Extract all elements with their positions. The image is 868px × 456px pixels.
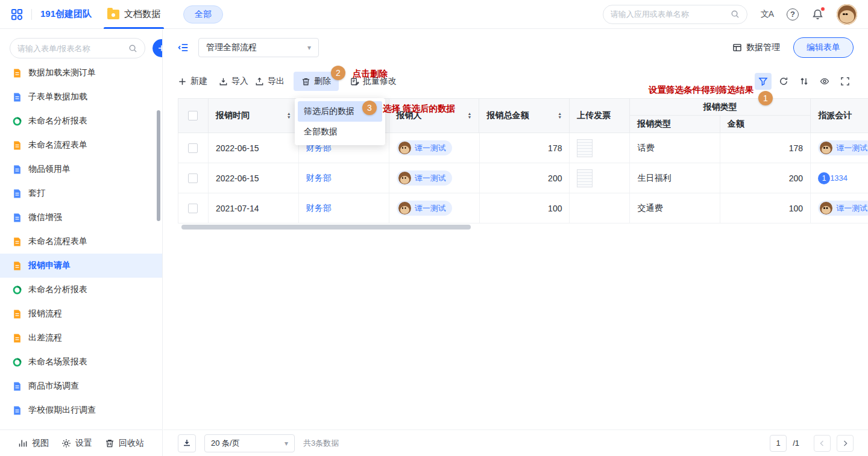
process-scope-value: 管理全部流程 <box>206 42 257 53</box>
cell-total: 200 <box>480 163 570 193</box>
table-row[interactable]: 2021-07-14财务部谭一测试100交通费100谭一测试 <box>178 193 868 223</box>
invoice-thumbnail[interactable] <box>577 139 593 157</box>
translate-icon[interactable]: 文A <box>761 9 773 20</box>
team-name[interactable]: 191创建团队 <box>40 8 92 20</box>
next-page-button[interactable] <box>837 435 854 452</box>
sidebar-item[interactable] <box>0 422 162 429</box>
step-badge-2: 2 <box>331 66 345 80</box>
topbar-actions: 文A ? <box>603 4 857 25</box>
help-icon[interactable]: ? <box>787 8 799 20</box>
sidebar-item[interactable]: 套打 <box>0 181 162 205</box>
sidebar-item[interactable]: 子表单数据加载 <box>0 85 162 109</box>
collapse-sidebar-icon[interactable] <box>178 42 189 53</box>
cell-type: 生日福利 <box>630 163 720 193</box>
accountant-chip[interactable]: 谭一测试 <box>818 201 868 216</box>
select-all-checkbox[interactable] <box>188 111 198 120</box>
step-text-2: 点击删除 <box>353 68 388 80</box>
user-avatar[interactable] <box>837 4 857 25</box>
import-button[interactable]: 导入 <box>219 69 248 93</box>
tab-all[interactable]: 全部 <box>183 5 223 23</box>
sidebar-item-label: 未命名分析报表 <box>28 116 87 126</box>
sidebar-item-label: 套打 <box>28 188 45 199</box>
bell-icon[interactable] <box>812 8 823 20</box>
row-checkbox[interactable] <box>188 173 198 183</box>
sort-icon[interactable]: ▲▼ <box>287 112 291 119</box>
process-scope-select[interactable]: 管理全部流程 ▾ <box>198 38 319 57</box>
sidebar-item[interactable]: 微信增强 <box>0 205 162 230</box>
page-number-input[interactable]: 1 <box>770 435 787 452</box>
accountant-chip[interactable]: 谭一测试 <box>818 140 868 155</box>
delete-button[interactable]: 删除 2 点击删除 筛选后的数据全部数据 3 选择 筛选后的数据 <box>294 72 339 91</box>
sidebar-item[interactable]: 未命名场景报表 <box>0 350 162 374</box>
sidebar-item-selected[interactable]: 报销申请单 <box>0 254 162 278</box>
accountant-label[interactable]: 1334 <box>830 173 848 183</box>
step-text-3: 选择 筛选后的数据 <box>383 103 455 114</box>
add-form-button[interactable] <box>153 39 163 57</box>
new-label: 新建 <box>190 76 207 87</box>
active-tab-indicator <box>104 27 164 29</box>
sidebar-item[interactable]: 数据加载来测订单 <box>0 61 162 85</box>
person-label: 谭一测试 <box>415 203 446 214</box>
sidebar-item[interactable]: 商品市场调查 <box>0 374 162 398</box>
row-checkbox[interactable] <box>188 204 198 213</box>
sort-icon[interactable]: ▲▼ <box>558 112 562 119</box>
sort-icon[interactable] <box>796 73 813 90</box>
chevron-down-icon: ▾ <box>307 43 311 52</box>
tab-doc-data[interactable]: 文档数据 <box>100 0 168 29</box>
table-row[interactable]: 2022-06-15财务部谭一测试178话费178谭一测试 <box>178 133 868 163</box>
person-chip[interactable]: 谭一测试 <box>397 170 452 186</box>
topbar-search[interactable] <box>603 5 747 24</box>
search-icon[interactable] <box>128 44 137 53</box>
export-button[interactable]: 导出 <box>255 69 285 93</box>
sidebar-item[interactable]: 未命名流程表单 <box>0 133 162 157</box>
cell-dept-link[interactable]: 财务部 <box>306 203 332 214</box>
data-manage-button[interactable]: 数据管理 <box>732 42 780 53</box>
cell-accountant: 谭一测试 <box>811 133 868 163</box>
horizontal-scrollbar[interactable] <box>181 225 471 230</box>
delete-menu-item[interactable]: 全部数据 <box>298 122 382 142</box>
sidebar-item[interactable]: 报销流程 <box>0 302 162 326</box>
settings-button[interactable]: 设置 <box>61 438 92 449</box>
sort-icon[interactable]: ▲▼ <box>467 112 471 119</box>
form-doc-icon <box>12 92 22 102</box>
views-label: 视图 <box>32 438 49 449</box>
summary-export-icon[interactable] <box>178 434 196 452</box>
search-icon[interactable] <box>731 10 740 19</box>
sidebar-item[interactable]: 学校假期出行调查 <box>0 398 162 422</box>
views-button[interactable]: 视图 <box>18 438 49 449</box>
sidebar-item[interactable]: 出差流程 <box>0 326 162 350</box>
sidebar-item[interactable]: 未命名分析报表 <box>0 109 162 133</box>
recycle-bin-button[interactable]: 回收站 <box>105 438 144 449</box>
row-checkbox[interactable] <box>188 143 198 153</box>
person-chip[interactable]: 谭一测试 <box>397 140 452 155</box>
apps-grid-icon[interactable] <box>11 8 23 20</box>
sidebar-item-label: 报销流程 <box>28 308 62 319</box>
edit-form-button[interactable]: 编辑表单 <box>793 37 854 58</box>
new-record-button[interactable]: 新建 <box>178 69 207 93</box>
form-search-input[interactable] <box>17 44 124 53</box>
count-badge: 1 <box>818 172 830 184</box>
page-size-value: 20 条/页 <box>211 438 240 449</box>
sidebar-scrollbar[interactable] <box>157 110 160 221</box>
form-search[interactable] <box>10 38 145 58</box>
refresh-icon[interactable] <box>775 73 792 90</box>
cell-date: 2021-07-14 <box>209 193 299 223</box>
cell-total: 100 <box>480 193 570 223</box>
prev-page-button[interactable] <box>814 435 831 452</box>
cell-dept-link[interactable]: 财务部 <box>306 173 332 184</box>
filter-icon[interactable] <box>755 73 772 90</box>
sidebar-item-label: 微信增强 <box>28 212 62 223</box>
data-manage-label: 数据管理 <box>746 42 780 53</box>
person-chip[interactable]: 谭一测试 <box>397 201 452 216</box>
sidebar-item[interactable]: 未命名流程表单 <box>0 230 162 254</box>
topbar-search-input[interactable] <box>611 10 726 19</box>
cell-type: 话费 <box>630 133 720 163</box>
page-size-select[interactable]: 20 条/页 ▾ <box>204 434 295 452</box>
sidebar-item[interactable]: 物品领用单 <box>0 157 162 181</box>
sidebar-item[interactable]: 未命名分析报表 <box>0 278 162 302</box>
sidebar-item-label: 未命名流程表单 <box>28 140 87 151</box>
table-row[interactable]: 2022-06-15财务部谭一测试200生日福利20011334 <box>178 163 868 193</box>
visibility-icon[interactable] <box>816 73 833 90</box>
fullscreen-icon[interactable] <box>837 73 854 90</box>
invoice-thumbnail[interactable] <box>577 169 593 187</box>
